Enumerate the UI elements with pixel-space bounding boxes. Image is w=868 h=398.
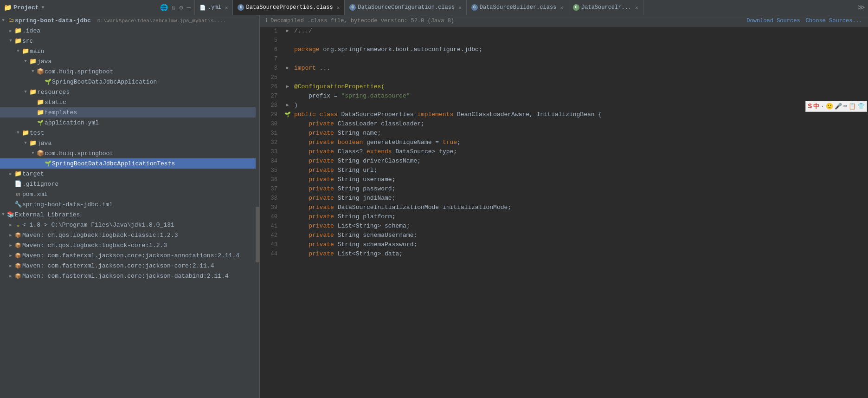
code-line-34: 34 private String driverClassName; (260, 157, 868, 166)
fold-icon-8[interactable]: ▶ (286, 64, 289, 73)
tab-ds-builder[interactable]: C DataSourceBuilder.class ✕ (467, 0, 568, 15)
code-line-40: 40 private String platform; (260, 212, 868, 222)
maven-icon-5: 📦 (14, 273, 22, 279)
line-num-25: 25 (260, 73, 283, 82)
class-icon-ds-impl: C (573, 4, 579, 11)
download-sources-button[interactable]: Download Sources (746, 18, 800, 24)
tab-ds-builder-close[interactable]: ✕ (560, 5, 563, 11)
code-line-30: 30 private ClassLoader classLoader; (260, 119, 868, 129)
im-keyboard-icon: ⌨ (843, 103, 847, 110)
tab-ds-config-close[interactable]: ✕ (458, 5, 462, 11)
tree-item-test[interactable]: ▼ 📁 test (0, 128, 259, 138)
tree-item-jackson-core[interactable]: ▶ 📦 Maven: com.fasterxml.jackson.core:ja… (0, 261, 259, 271)
code-content: 1 ▶ /.../ 5 6 package org.springframewor… (260, 26, 868, 398)
tree-item-logback-core[interactable]: ▶ 📦 Maven: ch.qos.logback:logback-core:1… (0, 240, 259, 250)
arrow-jackson-core: ▶ (7, 263, 14, 268)
tree-item-gitignore[interactable]: 📄 .gitignore (0, 179, 259, 189)
arrow-test-java: ▼ (22, 141, 29, 145)
tree-item-templates[interactable]: 📁 templates (0, 107, 259, 117)
sidebar-scrollbar-thumb[interactable] (256, 207, 259, 262)
line-content-38: private String jndiName; (292, 194, 868, 203)
tree-item-jdk[interactable]: ▶ ☕ < 1.8 > C:\Program Files\Java\jdk1.8… (0, 220, 259, 230)
minimize-icon[interactable]: — (187, 4, 191, 12)
tab-ds-impl[interactable]: C DataSourceIr... ✕ (568, 0, 643, 15)
arrow-root: ▼ (0, 18, 6, 23)
line-content-26: @ConfigurationProperties( (292, 82, 868, 91)
code-line-41: 41 private List<String> schema; (260, 222, 868, 231)
tree-item-root[interactable]: ▼ 🗂 spring-boot-data-jdbc D:\WorkSpace\I… (0, 15, 259, 26)
tree-item-static[interactable]: 📁 static (0, 97, 259, 107)
choose-sources-button[interactable]: Choose Sources... (806, 18, 862, 24)
fold-icon-28[interactable]: ▶ (286, 101, 289, 110)
im-dot-icon: · (821, 103, 824, 110)
tree-item-idea[interactable]: ▶ 📁 .idea (0, 26, 259, 36)
tab-ds-props[interactable]: C DataSourceProperties.class ✕ (233, 0, 345, 15)
gutter-8: ▶ (283, 64, 292, 73)
settings-icon[interactable]: ⚙ (179, 4, 183, 12)
tree-item-test-pkg[interactable]: ▼ 📦 com.huiq.springboot (0, 148, 259, 158)
project-tree: ▼ 🗂 spring-boot-data-jdbc D:\WorkSpace\I… (0, 15, 260, 398)
line-num-34: 34 (260, 157, 283, 166)
code-line-1: 1 ▶ /.../ (260, 26, 868, 36)
tree-item-java[interactable]: ▼ 📁 java (0, 56, 259, 66)
tree-item-test-java[interactable]: ▼ 📁 java (0, 138, 259, 148)
tree-item-pkg-main[interactable]: ▼ 📦 com.huiq.springboot (0, 66, 259, 77)
tab-ds-config[interactable]: C DataSourceConfiguration.class ✕ (345, 0, 466, 15)
line-num-42: 42 (260, 231, 283, 240)
tree-item-test-class[interactable]: 🌱 SpringBootDataJdbcApplicationTests (0, 158, 259, 169)
project-dropdown-icon[interactable]: ▼ (42, 5, 45, 10)
sidebar-scrollbar[interactable] (256, 15, 259, 398)
tab-yml-close[interactable]: ✕ (225, 5, 228, 11)
tab-yml-label: .yml (208, 4, 221, 11)
line-content-30: private ClassLoader classLoader; (292, 119, 868, 129)
gutter-26: ▶ (283, 82, 292, 91)
maven-icon-2: 📦 (14, 242, 22, 248)
line-num-1: 1 (260, 26, 283, 36)
code-line-44: 44 private List<String> data; (260, 249, 868, 259)
tab-ds-props-close[interactable]: ✕ (337, 5, 340, 11)
label-root: spring-boot-data-jdbc D:\WorkSpace\Idea\… (15, 17, 259, 24)
tree-item-jackson-ann[interactable]: ▶ 📦 Maven: com.fasterxml.jackson.core:ja… (0, 250, 259, 261)
code-line-27: 27 prefix = "spring.datasource" (260, 91, 868, 101)
tree-item-src[interactable]: ▼ 📁 src (0, 36, 259, 46)
tree-item-logback-classic[interactable]: ▶ 📦 Maven: ch.qos.logback:logback-classi… (0, 230, 259, 240)
line-content-44: private List<String> data; (292, 249, 868, 259)
tree-item-main[interactable]: ▼ 📁 main (0, 46, 259, 56)
line-num-43: 43 (260, 240, 283, 249)
tree-item-resources[interactable]: ▼ 📁 resources (0, 87, 259, 97)
label-idea: .idea (22, 27, 259, 34)
editor-decompile-banner: ℹ Decompiled .class file, bytecode versi… (260, 15, 868, 26)
tab-ds-impl-close[interactable]: ✕ (635, 5, 638, 11)
folder-icon-templates: 📁 (36, 109, 45, 116)
im-settings-icon: 👕 (857, 103, 865, 110)
arrow-idea: ▶ (7, 28, 14, 33)
label-app-class: SpringBootDataJdbcApplication (52, 78, 259, 85)
tab-bar-right[interactable]: ≫ (855, 3, 868, 12)
globe-icon[interactable]: 🌐 (160, 4, 168, 12)
line-num-44: 44 (260, 249, 283, 259)
input-method-bar: S 中 · 🙂 🎤 ⌨ 📋 👕 (805, 101, 867, 112)
tree-item-ext-libs[interactable]: ▼ 📚 External Libraries (0, 209, 259, 220)
tree-item-target[interactable]: ▶ 📁 target (0, 169, 259, 179)
tree-item-jackson-databind[interactable]: ▶ 📦 Maven: com.fasterxml.jackson.core:ja… (0, 271, 259, 281)
line-num-39: 39 (260, 203, 283, 212)
line-num-31: 31 (260, 129, 283, 138)
label-logback-core: Maven: ch.qos.logback:logback-core:1.2.3 (22, 242, 259, 249)
tree-item-yml[interactable]: 🌱 application.yml (0, 117, 259, 128)
tree-item-app-class[interactable]: 🌱 SpringBootDataJdbcApplication (0, 77, 259, 87)
im-copy-icon: 📋 (849, 103, 856, 110)
git-icon: 📄 (14, 180, 22, 188)
label-main: main (30, 48, 259, 55)
label-pom: pom.xml (22, 191, 259, 198)
folder-icon-target: 📁 (14, 170, 22, 177)
label-test-java: java (37, 140, 259, 147)
tree-item-iml[interactable]: 🔧 spring-boot-data-jdbc.iml (0, 199, 259, 209)
collapse-icon[interactable]: ⇅ (172, 4, 175, 12)
code-line-25: 25 (260, 73, 868, 82)
fold-icon-1[interactable]: ▶ (286, 26, 289, 36)
tree-item-pom[interactable]: 𝒎 pom.xml (0, 189, 259, 199)
fold-marker-1[interactable]: /.../ (294, 27, 316, 34)
fold-icon-26[interactable]: ▶ (286, 82, 289, 91)
line-num-33: 33 (260, 147, 283, 157)
tab-yml[interactable]: 📄 .yml ✕ (195, 0, 233, 15)
